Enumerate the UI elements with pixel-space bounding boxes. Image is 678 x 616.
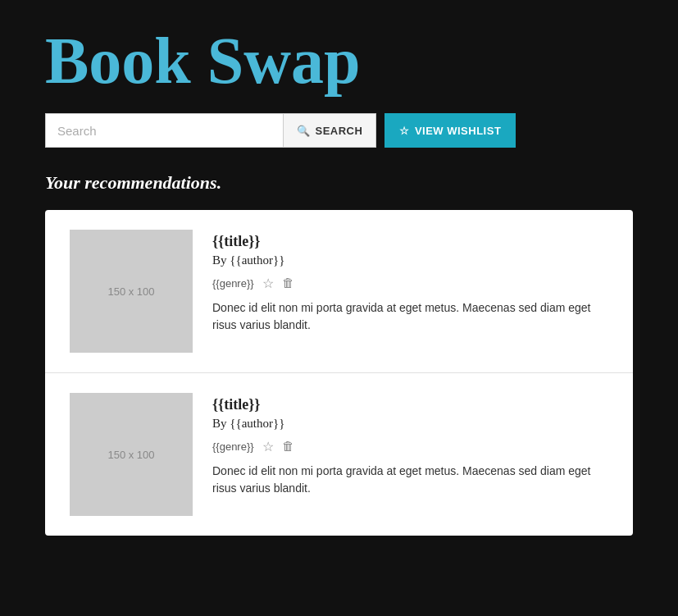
search-input[interactable]: [45, 113, 283, 148]
book-genre: {{genre}}: [212, 440, 254, 453]
search-button[interactable]: 🔍 SEARCH: [283, 113, 376, 148]
book-meta: {{genre}} ☆ 🗑: [212, 276, 608, 291]
search-bar: 🔍 SEARCH VIEW WISHLIST: [45, 113, 633, 148]
app-title: Book Swap: [45, 25, 633, 97]
book-thumbnail: 150 x 100: [70, 393, 193, 516]
thumbnail-label: 150 x 100: [107, 285, 154, 298]
search-button-label: SEARCH: [316, 125, 363, 137]
thumbnail-label: 150 x 100: [107, 449, 154, 461]
search-icon: 🔍: [297, 125, 311, 137]
book-thumbnail: 150 x 100: [70, 230, 193, 353]
book-author: By {{author}}: [212, 417, 608, 431]
book-info: {{title}} By {{author}} {{genre}} ☆ 🗑 Do…: [212, 393, 608, 497]
book-title: {{title}}: [212, 233, 608, 250]
recommendations-container: 150 x 100 {{title}} By {{author}} {{genr…: [45, 210, 633, 536]
book-description: Donec id elit non mi porta gravida at eg…: [212, 463, 608, 497]
book-item: 150 x 100 {{title}} By {{author}} {{genr…: [45, 210, 633, 373]
book-info: {{title}} By {{author}} {{genre}} ☆ 🗑 Do…: [212, 230, 608, 334]
book-title: {{title}}: [212, 396, 608, 413]
wishlist-button-label: VIEW WISHLIST: [415, 125, 501, 137]
wishlist-star-icon: [399, 125, 410, 137]
delete-icon[interactable]: 🗑: [282, 276, 294, 290]
delete-icon[interactable]: 🗑: [282, 440, 294, 454]
book-meta: {{genre}} ☆ 🗑: [212, 439, 608, 454]
book-author: By {{author}}: [212, 253, 608, 267]
section-title: Your recommendations.: [45, 172, 633, 194]
book-genre: {{genre}}: [212, 277, 254, 290]
wishlist-toggle-icon[interactable]: ☆: [262, 276, 274, 291]
wishlist-toggle-icon[interactable]: ☆: [262, 439, 274, 454]
book-description: Donec id elit non mi porta gravida at eg…: [212, 299, 608, 334]
book-item: 150 x 100 {{title}} By {{author}} {{genr…: [45, 373, 633, 536]
wishlist-button[interactable]: VIEW WISHLIST: [385, 113, 516, 148]
